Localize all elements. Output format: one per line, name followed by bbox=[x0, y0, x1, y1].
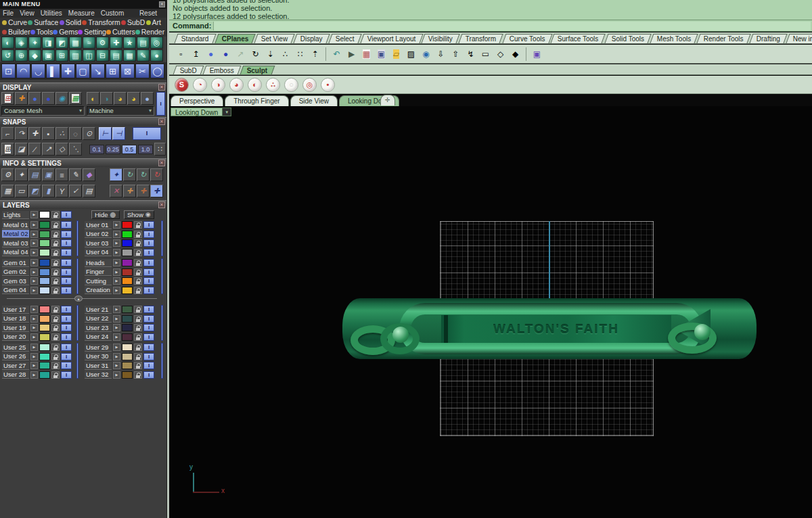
layer-current-button[interactable]: I bbox=[61, 353, 72, 360]
layer-color-swatch[interactable] bbox=[122, 353, 133, 360]
layer-current-button[interactable]: I bbox=[61, 239, 72, 247]
lock-icon[interactable] bbox=[51, 315, 60, 323]
layer-color-swatch[interactable] bbox=[122, 268, 133, 276]
menu-item[interactable]: View bbox=[20, 9, 35, 17]
layer-expand-button[interactable]: ▶ bbox=[30, 259, 38, 266]
snap-icon[interactable]: ▪ bbox=[42, 127, 55, 140]
toolbar-tab[interactable]: Surface Tools bbox=[551, 34, 606, 43]
layer-color-swatch[interactable] bbox=[39, 287, 50, 294]
snap-value-field[interactable]: 0.5 bbox=[122, 145, 137, 154]
layer-color-swatch[interactable] bbox=[39, 362, 50, 369]
tool-icon[interactable]: ⊞ bbox=[106, 64, 120, 78]
display-mode-icon[interactable]: ● bbox=[28, 92, 41, 105]
sculpt-tool-icon[interactable]: ○ bbox=[284, 78, 298, 92]
chevron-down-icon[interactable]: ▾ bbox=[223, 108, 231, 116]
layer-expand-button[interactable]: ▶ bbox=[30, 371, 38, 379]
layer-color-swatch[interactable] bbox=[122, 231, 133, 238]
sculpt-tool-icon[interactable]: S bbox=[175, 78, 189, 92]
scroll-bar[interactable] bbox=[76, 305, 78, 341]
layer-expand-button[interactable]: ▶ bbox=[113, 371, 120, 379]
layer-color-swatch[interactable] bbox=[39, 315, 50, 323]
tool-icon[interactable]: ↘ bbox=[91, 64, 105, 78]
snap-icon[interactable]: ◪ bbox=[15, 143, 28, 156]
display-panel-header[interactable]: DISPLAY ✕ bbox=[0, 83, 166, 91]
layer-name[interactable]: Metal 03 bbox=[2, 239, 29, 248]
layer-name[interactable]: User 32 bbox=[85, 371, 112, 379]
sculpt-tool-icon[interactable]: • bbox=[321, 78, 335, 92]
layer-name[interactable]: Gem 02 bbox=[2, 268, 29, 276]
layer-color-swatch[interactable] bbox=[39, 231, 50, 238]
layer-expand-button[interactable]: ▶ bbox=[113, 249, 120, 256]
tool-icon[interactable]: ⊟ bbox=[96, 49, 109, 62]
toolbar-icon[interactable]: ↻ bbox=[249, 47, 262, 60]
display-mode-icon[interactable]: ● bbox=[42, 92, 55, 105]
layer-name[interactable]: User 04 bbox=[85, 248, 112, 256]
toolbar-icon[interactable]: ∷ bbox=[294, 47, 307, 60]
layer-expand-button[interactable]: ▶ bbox=[113, 306, 120, 313]
layer-expand-button[interactable]: ▶ bbox=[30, 231, 38, 238]
info-tool-icon[interactable]: ▦ bbox=[1, 185, 14, 197]
layer-name[interactable]: User 20 bbox=[2, 333, 29, 341]
toolbar-tab[interactable]: Render Tools bbox=[697, 34, 751, 43]
sculpt-tool-icon[interactable]: ◑ bbox=[211, 78, 225, 92]
history-tool-icon[interactable]: ↻ bbox=[123, 168, 136, 181]
layer-color-swatch[interactable] bbox=[39, 268, 50, 276]
toolbar-icon[interactable]: ▭ bbox=[479, 47, 492, 60]
lock-icon[interactable] bbox=[134, 287, 142, 294]
scroll-bar[interactable] bbox=[161, 305, 163, 341]
layer-color-swatch[interactable] bbox=[122, 371, 133, 379]
layer-name[interactable]: User 29 bbox=[85, 344, 112, 352]
layer-name[interactable]: User 03 bbox=[85, 239, 112, 248]
lock-icon[interactable] bbox=[134, 333, 142, 341]
toolbar-icon[interactable]: ◆ bbox=[509, 47, 522, 60]
layer-expand-button[interactable]: ▶ bbox=[113, 277, 120, 285]
layer-color-swatch[interactable] bbox=[122, 333, 133, 341]
plugin-tab[interactable]: Emboss bbox=[203, 66, 242, 74]
layer-color-swatch[interactable] bbox=[39, 306, 50, 313]
render-mode-icon[interactable]: ◑ bbox=[100, 92, 113, 105]
lock-icon[interactable] bbox=[51, 344, 60, 351]
layer-current-button[interactable]: I bbox=[61, 362, 72, 369]
sculpt-tool-icon[interactable]: ∴ bbox=[266, 78, 280, 92]
layer-current-button[interactable]: I bbox=[61, 333, 72, 341]
toolbar-icon[interactable]: ↥ bbox=[189, 47, 202, 60]
layer-name[interactable]: User 24 bbox=[85, 333, 112, 341]
info-tool-icon[interactable]: ▭ bbox=[15, 185, 28, 197]
tool-icon[interactable]: ◆ bbox=[28, 49, 41, 62]
toolbar-icon[interactable]: ▣ bbox=[531, 47, 543, 60]
layer-name[interactable]: Cutting bbox=[85, 277, 112, 285]
toolbar-tab[interactable]: Select bbox=[329, 34, 362, 43]
lock-icon[interactable] bbox=[134, 315, 142, 323]
menu-category[interactable]: Curve bbox=[2, 18, 27, 26]
tool-icon[interactable]: ✚ bbox=[61, 64, 75, 78]
layer-color-swatch[interactable] bbox=[39, 211, 50, 218]
info-tool-icon[interactable]: ✎ bbox=[69, 168, 82, 181]
layer-color-swatch[interactable] bbox=[39, 333, 50, 341]
tool-icon[interactable]: ✎ bbox=[137, 49, 150, 62]
snap-icon[interactable]: ◇ bbox=[55, 143, 68, 156]
layer-name[interactable]: Metal 02 bbox=[2, 230, 29, 238]
tool-icon[interactable]: ✂ bbox=[135, 64, 150, 78]
display-mode-icon[interactable]: ◉ bbox=[55, 92, 68, 105]
layer-name[interactable]: Heads bbox=[85, 259, 112, 267]
scroll-bar[interactable] bbox=[76, 343, 78, 379]
layer-expand-button[interactable]: ▶ bbox=[113, 324, 120, 331]
lock-icon[interactable] bbox=[51, 333, 60, 341]
toolbar-tab[interactable]: Display bbox=[294, 34, 330, 43]
layer-color-swatch[interactable] bbox=[122, 287, 133, 294]
lock-icon[interactable] bbox=[134, 353, 142, 360]
menu-category[interactable]: Surface bbox=[28, 18, 58, 26]
layer-current-button[interactable]: I bbox=[143, 371, 154, 379]
snap-icon[interactable]: ⊙ bbox=[83, 127, 95, 140]
clasp-ball-left[interactable] bbox=[392, 327, 409, 343]
toolbar-icon[interactable]: ⇩ bbox=[434, 47, 447, 60]
display-mode-icon[interactable]: ✚ bbox=[15, 92, 28, 105]
tool-icon[interactable]: ◩ bbox=[55, 37, 68, 49]
toolbar-icon[interactable]: ▨ bbox=[405, 47, 418, 60]
layer-current-button[interactable]: I bbox=[143, 333, 154, 341]
menu-category[interactable]: Builder bbox=[2, 28, 30, 36]
tool-icon[interactable]: ◫ bbox=[83, 49, 95, 62]
tool-icon[interactable]: ⊠ bbox=[120, 64, 135, 78]
layer-expand-button[interactable]: ▶ bbox=[30, 344, 38, 351]
snap-wide-button[interactable]: I bbox=[133, 127, 161, 140]
